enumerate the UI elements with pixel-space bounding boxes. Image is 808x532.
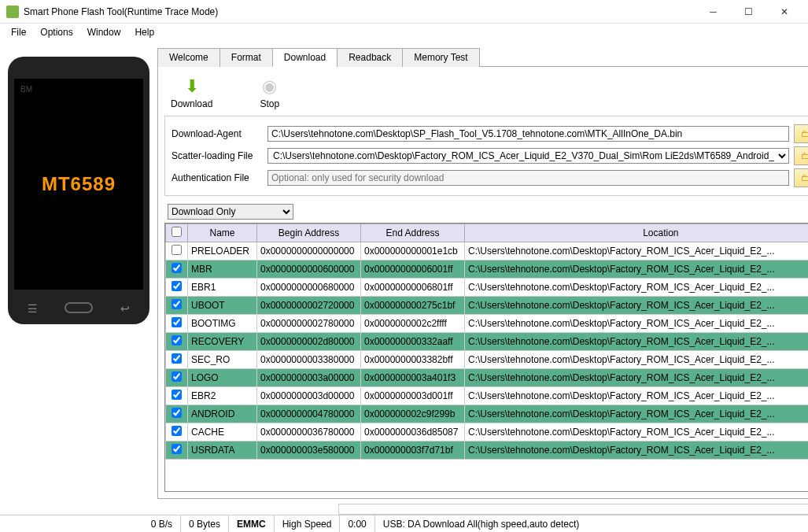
download-button[interactable]: ⬇ Download (171, 76, 212, 109)
toolbar: ⬇ Download ◉ Stop (164, 73, 808, 116)
chip-label: MT6589 (42, 173, 116, 195)
tab-welcome[interactable]: Welcome (157, 48, 220, 67)
device-panel: BM MT6589 ☰ ↩ (0, 41, 157, 515)
cell-end: 0x0000000003a401f3 (361, 369, 465, 387)
cell-begin: 0x0000000003380000 (257, 351, 361, 369)
scatter-input[interactable]: C:\Users\tehnotone.com\Desktop\Factory_R… (267, 148, 789, 164)
cell-name: SEC_RO (188, 351, 257, 369)
menu-window[interactable]: Window (81, 25, 127, 39)
cell-name: ANDROID (188, 405, 257, 423)
row-checkbox[interactable] (172, 281, 182, 291)
folder-icon: 🗀 (801, 150, 808, 161)
stop-icon: ◉ (262, 76, 277, 97)
table-row[interactable]: PRELOADER0x00000000000000000x00000000000… (166, 242, 809, 260)
cell-location: C:\Users\tehnotone.com\Desktop\Factory_R… (465, 297, 809, 315)
table-row[interactable]: BOOTIMG0x00000000027800000x0000000002c2f… (166, 315, 809, 333)
menu-file[interactable]: File (5, 25, 32, 39)
col-check[interactable] (166, 224, 188, 242)
window-title: Smart Phone Flash Tool(Runtime Trace Mod… (24, 6, 695, 17)
cell-begin: 0x0000000004780000 (257, 405, 361, 423)
cell-name: USRDATA (188, 441, 257, 460)
cell-name: EBR2 (188, 387, 257, 405)
folder-icon: 🗀 (801, 172, 808, 183)
menubar: File Options Window Help (0, 24, 808, 41)
table-row[interactable]: EBR20x0000000003d000000x0000000003d001ff… (166, 387, 809, 405)
home-icon (65, 302, 93, 313)
cell-name: RECOVERY (188, 333, 257, 351)
cell-begin: 0x0000000036780000 (257, 423, 361, 441)
da-input[interactable] (267, 126, 789, 142)
cell-end: 0x0000000003d001ff (361, 387, 465, 405)
table-row[interactable]: SEC_RO0x00000000033800000x0000000003382b… (166, 351, 809, 369)
row-checkbox[interactable] (172, 444, 182, 454)
row-checkbox[interactable] (172, 390, 182, 400)
col-begin[interactable]: Begin Address (257, 224, 361, 242)
select-all-checkbox[interactable] (172, 227, 182, 237)
table-row[interactable]: UBOOT0x00000000027200000x000000000275c1b… (166, 297, 809, 315)
tab-download[interactable]: Download (272, 48, 338, 67)
cell-location: C:\Users\tehnotone.com\Desktop\Factory_R… (465, 405, 809, 423)
row-checkbox[interactable] (172, 299, 182, 309)
row-checkbox[interactable] (172, 335, 182, 345)
table-row[interactable]: EBR10x00000000006800000x00000000006801ff… (166, 279, 809, 297)
tab-format[interactable]: Format (220, 48, 273, 67)
cell-end: 0x000000003f7d71bf (361, 441, 465, 460)
cell-begin: 0x0000000002d80000 (257, 333, 361, 351)
back-icon: ↩ (120, 302, 130, 315)
row-checkbox[interactable] (172, 353, 182, 364)
cell-location: C:\Users\tehnotone.com\Desktop\Factory_R… (465, 423, 809, 441)
cell-end: 0x000000000001e1cb (361, 242, 465, 260)
cell-end: 0x000000002c9f299b (361, 405, 465, 423)
close-button[interactable]: ✕ (766, 0, 802, 24)
tab-memtest[interactable]: Memory Test (402, 48, 479, 67)
cell-location: C:\Users\tehnotone.com\Desktop\Factory_R… (465, 441, 809, 460)
table-row[interactable]: LOGO0x0000000003a000000x0000000003a401f3… (166, 369, 809, 387)
status-time: 0:00 (340, 515, 374, 532)
table-row[interactable]: RECOVERY0x0000000002d800000x000000000332… (166, 333, 809, 351)
minimize-button[interactable]: ─ (695, 0, 731, 24)
menu-icon: ☰ (28, 302, 38, 315)
cell-location: C:\Users\tehnotone.com\Desktop\Factory_R… (465, 351, 809, 369)
titlebar: Smart Phone Flash Tool(Runtime Trace Mod… (0, 0, 808, 24)
cell-end: 0x00000000006001ff (361, 260, 465, 279)
phone-mockup: BM MT6589 ☰ ↩ (8, 57, 149, 324)
row-checkbox[interactable] (172, 426, 182, 436)
table-row[interactable]: CACHE0x00000000367800000x0000000036d8508… (166, 423, 809, 441)
table-row[interactable]: USRDATA0x000000003e5800000x000000003f7d7… (166, 441, 809, 460)
da-choose-button[interactable]: 🗀choose (794, 124, 808, 143)
cell-location: C:\Users\tehnotone.com\Desktop\Factory_R… (465, 315, 809, 333)
auth-label: Authentication File (172, 172, 263, 183)
table-row[interactable]: ANDROID0x00000000047800000x000000002c9f2… (166, 405, 809, 423)
stop-button[interactable]: ◉ Stop (260, 76, 279, 109)
row-checkbox[interactable] (172, 317, 182, 327)
scatter-label: Scatter-loading File (172, 150, 263, 161)
auth-input[interactable] (267, 170, 789, 186)
scatter-choose-button[interactable]: 🗀choose (794, 146, 808, 165)
da-label: Download-Agent (172, 128, 263, 139)
col-end[interactable]: End Address (361, 224, 465, 242)
phone-screen: BM MT6589 (14, 79, 143, 290)
menu-help[interactable]: Help (128, 25, 160, 39)
cell-begin: 0x000000003e580000 (257, 441, 361, 460)
tab-readback[interactable]: Readback (337, 48, 403, 67)
col-location[interactable]: Location (465, 224, 809, 242)
cell-location: C:\Users\tehnotone.com\Desktop\Factory_R… (465, 387, 809, 405)
file-fields: Download-Agent 🗀choose Scatter-loading F… (164, 116, 808, 196)
app-icon (6, 6, 19, 18)
tabstrip: Welcome Format Download Readback Memory … (157, 47, 808, 67)
cell-location: C:\Users\tehnotone.com\Desktop\Factory_R… (465, 333, 809, 351)
table-row[interactable]: MBR0x00000000006000000x00000000006001ffC… (166, 260, 809, 279)
cell-begin: 0x0000000000600000 (257, 260, 361, 279)
maximize-button[interactable]: ☐ (731, 0, 766, 24)
cell-name: CACHE (188, 423, 257, 441)
phone-navbar: ☰ ↩ (14, 297, 143, 318)
cell-name: BOOTIMG (188, 315, 257, 333)
download-mode-select[interactable]: Download Only (168, 204, 293, 220)
row-checkbox[interactable] (172, 408, 182, 418)
row-checkbox[interactable] (172, 263, 182, 273)
col-name[interactable]: Name (188, 224, 257, 242)
row-checkbox[interactable] (172, 245, 182, 255)
auth-choose-button[interactable]: 🗀choose (794, 168, 808, 187)
row-checkbox[interactable] (172, 371, 182, 382)
menu-options[interactable]: Options (34, 25, 79, 39)
